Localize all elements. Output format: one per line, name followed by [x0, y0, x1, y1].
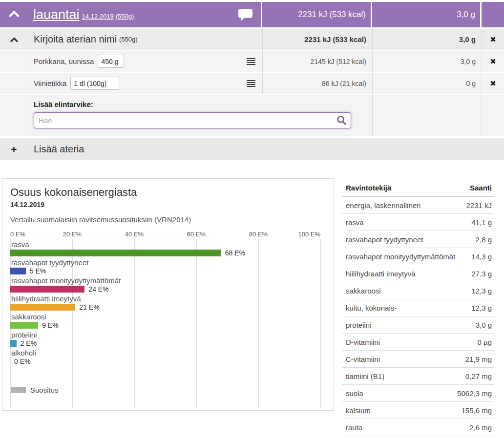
bar-group: hiilihydraatti imeytyvä21 E%: [10, 294, 321, 311]
chart-bars: rasva68 E%rasvahapot tyydyttyneet5 E%ras…: [10, 240, 321, 367]
nutrient-name: sakkaroosi: [346, 287, 381, 295]
nutrient-name: kuitu, kokonais-: [346, 304, 397, 312]
nutrient-value: 3,0 g: [476, 321, 492, 329]
bar-group: alkoholi0 E%: [10, 349, 321, 365]
add-meal-button[interactable]: + Lisää ateria: [0, 138, 504, 160]
x-axis-tick: 100 E%: [298, 231, 320, 238]
food-row-icon-cell: [0, 73, 28, 94]
intake-column-header: Saanti: [470, 184, 492, 192]
bar-value-label: 24 E%: [88, 286, 108, 293]
nutrient-value: 155,6 mg: [461, 406, 492, 415]
bar-category-label: proteiini: [11, 331, 321, 339]
bar-group: rasvahapot tyydyttyneet5 E%: [10, 258, 321, 274]
food-search-input[interactable]: [34, 112, 351, 128]
bar-category-label: rasvahapot tyydyttyneet: [11, 258, 321, 267]
bar-group: rasva68 E%: [10, 240, 321, 256]
nutrient-value: 2,6 mg: [469, 423, 492, 432]
bar-value-label: 5 E%: [30, 268, 46, 274]
nutrient-name: C-vitamiini: [346, 355, 380, 363]
search-row-icon-cell: [0, 95, 28, 136]
nutrient-value: 2231 kJ: [466, 201, 492, 210]
delete-food-button[interactable]: ✖: [490, 79, 496, 88]
day-grams-total: 3,0 g: [372, 2, 482, 27]
menu-icon[interactable]: [247, 80, 255, 87]
food-name-cell: Porkkana, uunissa: [28, 51, 262, 72]
x-axis-tick: 60 E%: [187, 231, 206, 238]
day-weight-link[interactable]: (550g): [116, 13, 134, 20]
nutrient-column-header: Ravintotekijä: [346, 184, 391, 192]
chart-bar: [10, 268, 26, 274]
nutrient-row: rasva41,1 g: [342, 214, 494, 231]
food-grams: 0 g: [372, 73, 482, 94]
food-amount-input[interactable]: [98, 55, 124, 68]
nutrient-row: tiamiini (B1)0,27 mg: [342, 368, 494, 385]
nutrient-table-header: Ravintotekijä Saanti: [342, 180, 494, 197]
nutrient-row: rasvahapot monityydyttymättömät14,3 g: [342, 248, 494, 265]
delete-meal-button[interactable]: ✖: [490, 35, 496, 44]
meal-weight: (550g): [119, 36, 138, 43]
nutrient-name: rasvahapot monityydyttymättömät: [346, 252, 455, 261]
bar-group: sakkaroosi9 E%: [10, 313, 321, 329]
chevron-up-icon: [9, 10, 20, 19]
day-date-link[interactable]: 14.12.2019: [82, 13, 114, 20]
food-name-cell: Viinietikka: [28, 73, 262, 94]
meal-name-field[interactable]: Kirjoita aterian nimi: [34, 34, 117, 45]
search-icon[interactable]: [336, 115, 347, 127]
bar-value-label: 21 E%: [79, 304, 99, 311]
food-grams: 3,0 g: [372, 51, 482, 72]
bar-category-label: rasvahapot monityydyttymättömät: [11, 276, 321, 285]
nutrient-value: 12,3 g: [471, 304, 492, 312]
bar-category-label: alkoholi: [11, 349, 321, 357]
nutrient-value: 12,3 g: [471, 287, 492, 295]
food-delete-cell: ✖: [482, 51, 504, 72]
collapse-day-button[interactable]: [0, 10, 28, 19]
food-row-icon-cell: [0, 51, 28, 72]
bar-group: proteiini2 E%: [10, 331, 321, 347]
day-name-link[interactable]: lauantai: [33, 7, 80, 22]
bar-value-label: 2 E%: [21, 340, 37, 347]
delete-food-button[interactable]: ✖: [490, 57, 496, 66]
nutrient-row: kalsium155,6 mg: [342, 402, 494, 419]
food-amount-input[interactable]: [70, 77, 119, 90]
day-header-spacer-cell: [482, 2, 504, 27]
nutrient-name: tiamiini (B1): [346, 372, 384, 380]
nutrient-value: 14,3 g: [471, 252, 492, 261]
bar-value-label: 9 E%: [42, 322, 58, 329]
collapse-meal-button[interactable]: [0, 29, 28, 50]
nutrient-row: proteiini3,0 g: [342, 316, 494, 334]
day-energy-total: 2231 kJ (533 kcal): [262, 2, 372, 27]
comment-bubble-icon[interactable]: [238, 8, 253, 21]
nutrient-name: rasva: [346, 218, 364, 227]
nutrient-table: Ravintotekijä Saanti energia, laskennall…: [342, 178, 494, 436]
add-food-label: Lisää elintarvike:: [34, 100, 372, 108]
bar-row: 0 E%: [10, 358, 321, 365]
nutrient-row: hiilihydraatti imeytyvä27,3 g: [342, 265, 494, 282]
recommendation-swatch-icon: [11, 387, 26, 393]
plus-icon: +: [11, 144, 17, 155]
bar-row: 2 E%: [10, 340, 321, 347]
nutrient-row: rauta2,6 mg: [342, 419, 494, 436]
food-row: Viinietikka86 kJ (21 kcal)0 g✖: [0, 73, 504, 95]
bar-row: 5 E%: [10, 268, 321, 274]
nutrient-row: kuitu, kokonais-12,3 g: [342, 299, 494, 316]
menu-icon[interactable]: [247, 58, 255, 65]
chart-bar: [10, 304, 75, 311]
nutrient-value: 5062,3 mg: [457, 389, 492, 398]
bar-category-label: rasva: [11, 240, 321, 249]
nutrient-name: rauta: [346, 423, 362, 432]
nutrient-value: 0,27 mg: [465, 372, 492, 380]
meal-row: Kirjoita aterian nimi (550g) 2231 kJ (53…: [0, 29, 504, 51]
food-energy: 86 kJ (21 kcal): [262, 73, 372, 94]
bar-group: rasvahapot monityydyttymättömät24 E%: [10, 276, 321, 293]
chart-bar: [10, 286, 84, 293]
nutrient-name: proteiini: [346, 321, 372, 329]
nutrient-value: 2,8 g: [476, 235, 492, 244]
x-axis-tick: 80 E%: [249, 231, 268, 238]
chart-bar: [10, 340, 17, 347]
add-meal-label: Lisää ateria: [34, 144, 84, 155]
bar-row: 68 E%: [10, 250, 321, 256]
nutrient-value: 41,1 g: [471, 218, 492, 227]
food-name: Viinietikka: [34, 79, 66, 87]
bar-category-label: sakkaroosi: [11, 313, 321, 321]
nutrient-row: D-vitamiini0 µg: [342, 334, 494, 351]
